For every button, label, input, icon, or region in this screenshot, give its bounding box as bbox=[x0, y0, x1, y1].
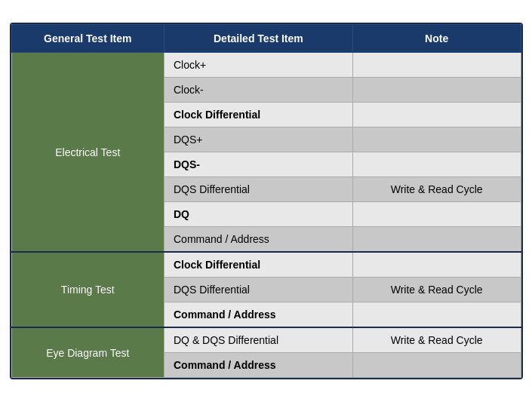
general-test-item: Electrical Test bbox=[11, 53, 165, 253]
detailed-test-item: DQS- bbox=[165, 152, 353, 177]
detailed-test-item: Command / Address bbox=[165, 302, 353, 328]
note-cell bbox=[352, 78, 521, 103]
detailed-test-item: DQS+ bbox=[165, 127, 353, 152]
detailed-test-item: Clock Differential bbox=[165, 252, 353, 278]
general-test-item: Eye Diagram Test bbox=[11, 327, 165, 378]
table-row: Timing TestClock Differential bbox=[11, 252, 521, 278]
detailed-test-item: DQS Differential bbox=[165, 278, 353, 302]
note-cell bbox=[352, 202, 521, 227]
detailed-test-item: Command / Address bbox=[165, 227, 353, 253]
table-row: Electrical TestClock+ bbox=[11, 53, 521, 78]
header-row: General Test Item Detailed Test Item Not… bbox=[11, 25, 521, 53]
header-detailed: Detailed Test Item bbox=[165, 25, 353, 53]
note-cell bbox=[352, 252, 521, 278]
note-cell bbox=[352, 127, 521, 152]
note-cell bbox=[352, 53, 521, 78]
detailed-test-item: DQ & DQS Differential bbox=[165, 327, 353, 353]
detailed-test-item: Clock Differential bbox=[165, 103, 353, 127]
header-general: General Test Item bbox=[11, 25, 165, 53]
note-cell bbox=[352, 152, 521, 177]
detailed-test-item: Clock- bbox=[165, 78, 353, 103]
note-cell bbox=[352, 227, 521, 253]
note-cell: Write & Read Cycle bbox=[352, 327, 521, 353]
note-cell: Write & Read Cycle bbox=[352, 278, 521, 302]
detailed-test-item: DQ bbox=[165, 202, 353, 227]
note-cell bbox=[352, 302, 521, 328]
detailed-test-item: Command / Address bbox=[165, 353, 353, 378]
table-row: Eye Diagram TestDQ & DQS DifferentialWri… bbox=[11, 327, 521, 353]
general-test-item: Timing Test bbox=[11, 252, 165, 327]
header-note: Note bbox=[352, 25, 521, 53]
note-cell bbox=[352, 353, 521, 378]
detailed-test-item: Clock+ bbox=[165, 53, 353, 78]
detailed-test-item: DQS Differential bbox=[165, 177, 353, 202]
note-cell bbox=[352, 103, 521, 127]
main-table-wrapper: General Test Item Detailed Test Item Not… bbox=[10, 23, 523, 379]
note-cell: Write & Read Cycle bbox=[352, 177, 521, 202]
